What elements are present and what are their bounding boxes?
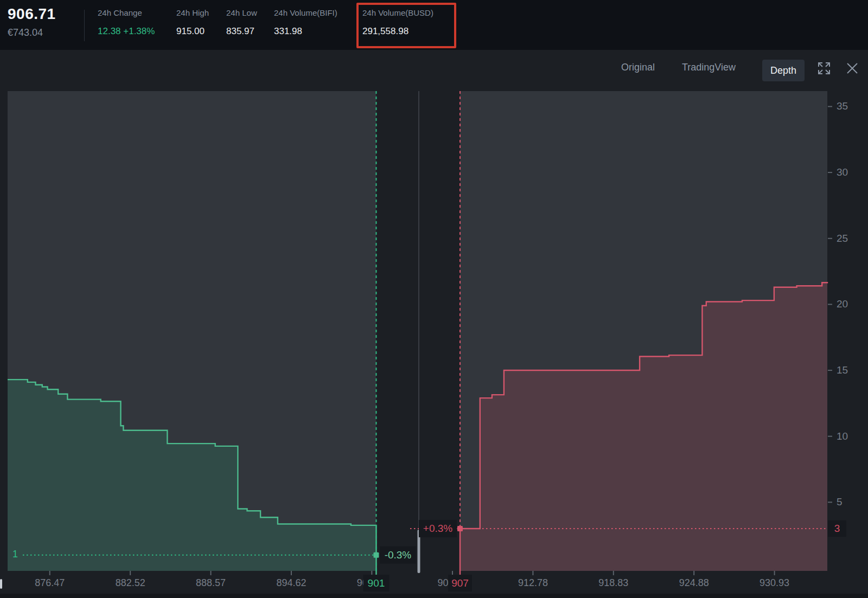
bottom-strip	[0, 594, 868, 598]
stat-value: 12.38 +1.38%	[98, 26, 155, 37]
stat-label: 24h Volume(BIFI)	[274, 8, 337, 17]
stat-label: 24h Volume(BUSD)	[362, 8, 433, 17]
chart-toolbar: Original TradingView Depth	[0, 50, 868, 91]
x-tick-label: 918.83	[598, 577, 628, 588]
x-tick-label: 924.88	[679, 577, 709, 588]
last-price: 906.71	[8, 5, 56, 23]
bid-level-label: 1	[12, 549, 18, 560]
y-tick-label: 15	[837, 364, 848, 376]
stat-label: 24h Low	[226, 8, 257, 17]
trading-depth-view: 1-0.3%+0.3%35302520151053876.47882.52888…	[0, 0, 868, 598]
x-tick-label: 876.47	[35, 577, 65, 588]
last-price-fiat: €743.04	[8, 27, 43, 38]
y-tick-label: 30	[837, 166, 848, 178]
stat-value: 291,558.98	[362, 26, 409, 37]
tab-depth[interactable]: Depth	[762, 60, 805, 81]
expand-icon[interactable]	[817, 61, 831, 75]
stat-label: 24h High	[176, 8, 209, 17]
y-tick-label: 35	[837, 100, 848, 112]
y-tick-label: 5	[837, 496, 843, 507]
stat-value: 331.98	[274, 26, 302, 37]
x-tick-label: 888.57	[196, 577, 226, 588]
ask-level-badge-label: 3	[834, 523, 840, 534]
stat-value: 835.97	[226, 26, 254, 37]
x-tick-label: 882.52	[116, 577, 145, 588]
x-tick-label: 930.93	[760, 577, 789, 588]
ask-marker	[457, 526, 463, 531]
x-tick-label: 894.62	[276, 577, 306, 588]
ticker-header: 906.71 €743.04 24h Change 12.38 +1.38% 2…	[0, 0, 868, 50]
x-tick-label: 912.78	[518, 577, 548, 588]
bid-price-badge-label: 901	[368, 577, 385, 589]
ask-price-badge-label: 907	[451, 577, 469, 589]
y-tick-label: 20	[837, 298, 848, 310]
y-tick-label: 25	[837, 233, 848, 244]
scrollbar-fragment[interactable]	[0, 579, 2, 589]
bid-marker	[373, 552, 379, 558]
header-divider	[84, 10, 85, 41]
bid-pct-badge-label: -0.3%	[385, 549, 412, 561]
tab-original[interactable]: Original	[621, 62, 655, 73]
stat-label: 24h Change	[98, 8, 142, 17]
close-icon[interactable]	[845, 61, 859, 75]
ask-pct-badge-label: +0.3%	[423, 523, 453, 534]
y-tick-label: 10	[837, 430, 848, 442]
stat-value: 915.00	[176, 26, 205, 37]
tab-tradingview[interactable]: TradingView	[682, 62, 736, 73]
